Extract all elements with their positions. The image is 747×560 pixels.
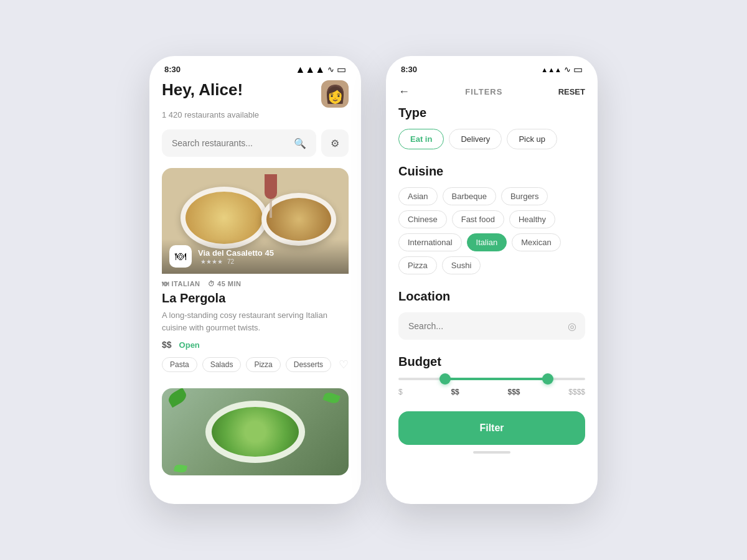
sliders-icon: ⚙ bbox=[331, 138, 339, 149]
restaurant-desc-1: A long-standing cosy restaurant serving … bbox=[162, 309, 349, 334]
leaf-1 bbox=[166, 388, 189, 408]
salad-bowl bbox=[205, 401, 305, 463]
clock-icon: ⏱ bbox=[208, 280, 215, 287]
star-rating-1: ★★★★ 72 bbox=[198, 258, 274, 265]
search-row: 🔍 ⚙ bbox=[162, 129, 349, 157]
type-section-title: Type bbox=[398, 106, 585, 120]
cuisine-burgers[interactable]: Burgers bbox=[501, 187, 548, 205]
type-btn-delivery[interactable]: Delivery bbox=[449, 129, 502, 149]
status-bar-left: 8:30 ▲▲▲ ∿ ▭ bbox=[149, 56, 361, 80]
avatar[interactable]: 👩 bbox=[321, 80, 349, 108]
budget-slider-wrap bbox=[398, 378, 585, 380]
cuisine-barbeque[interactable]: Barbeque bbox=[443, 187, 496, 205]
left-phone: 8:30 ▲▲▲ ∿ ▭ Hey, Alice! 👩 1 420 restaur… bbox=[149, 56, 361, 504]
type-btn-eat-in[interactable]: Eat in bbox=[398, 129, 444, 149]
reset-button[interactable]: RESET bbox=[558, 87, 585, 96]
slider-thumb-right[interactable] bbox=[542, 373, 553, 385]
header-row: Hey, Alice! 👩 bbox=[162, 80, 349, 108]
restaurant-name-1: La Pergola bbox=[162, 291, 349, 306]
back-button[interactable]: ← bbox=[398, 85, 410, 98]
food-tags-row-1: Pasta Salads Pizza Desserts ♡ bbox=[162, 357, 349, 372]
restaurant-image-1: 🍽 Via del Casaletto 45 ★★★★ 72 bbox=[162, 168, 349, 274]
cuisine-international[interactable]: International bbox=[398, 233, 462, 251]
cuisine-sushi[interactable]: Sushi bbox=[442, 256, 481, 274]
location-icon: ◎ bbox=[568, 320, 576, 332]
budget-section-title: Budget bbox=[398, 355, 585, 369]
cuisine-italian[interactable]: Italian bbox=[467, 233, 507, 251]
status-bar-right: 8:30 ▲▲▲ ∿ ▭ bbox=[386, 56, 598, 80]
filters-nav-title: FILTERS bbox=[465, 87, 502, 96]
type-row: Eat in Delivery Pick up bbox=[398, 129, 585, 149]
wifi-icon-right: ∿ bbox=[564, 65, 571, 74]
price-tag-1: $$ bbox=[162, 340, 172, 350]
search-box[interactable]: 🔍 bbox=[162, 129, 316, 157]
greeting-text: Hey, Alice! bbox=[162, 80, 243, 100]
bottom-indicator bbox=[473, 451, 510, 454]
filter-toggle-button[interactable]: ⚙ bbox=[321, 129, 349, 157]
cuisine-section-title: Cuisine bbox=[398, 164, 585, 179]
food-tag-pasta[interactable]: Pasta bbox=[162, 357, 197, 372]
status-icons-left: ▲▲▲ ∿ ▭ bbox=[295, 63, 346, 75]
location-input-wrap: ◎ bbox=[398, 312, 585, 340]
battery-icon-right: ▭ bbox=[573, 63, 583, 75]
cuisine-pizza[interactable]: Pizza bbox=[398, 256, 437, 274]
slider-fill bbox=[445, 378, 548, 380]
wifi-icon: ∿ bbox=[327, 65, 334, 74]
budget-label-3: $$$ bbox=[508, 388, 520, 396]
restaurant-image-2 bbox=[162, 388, 349, 475]
leaf-3 bbox=[174, 464, 187, 473]
overlay-text-1: Via del Casaletto 45 ★★★★ 72 bbox=[198, 248, 274, 265]
budget-label-1: $ bbox=[398, 388, 403, 396]
location-section-title: Location bbox=[398, 289, 585, 304]
location-section: Location ◎ bbox=[398, 289, 585, 340]
status-time-right: 8:30 bbox=[401, 65, 417, 74]
signal-icon: ▲▲▲ bbox=[295, 64, 325, 75]
food-tag-salads[interactable]: Salads bbox=[202, 357, 242, 372]
restaurant-thumb-1: 🍽 bbox=[169, 245, 192, 268]
battery-icon: ▭ bbox=[337, 63, 346, 75]
card-overlay-1: 🍽 Via del Casaletto 45 ★★★★ 72 bbox=[162, 239, 349, 274]
status-time-left: 8:30 bbox=[164, 65, 181, 74]
subtitle-text: 1 420 restaurants available bbox=[162, 110, 349, 119]
budget-label-2: $$ bbox=[451, 388, 459, 396]
leaf-2 bbox=[322, 391, 341, 405]
status-icons-right: ▲▲▲ ∿ ▭ bbox=[541, 63, 583, 75]
search-icon: 🔍 bbox=[294, 138, 306, 149]
open-status-1: Open bbox=[179, 340, 200, 350]
slider-thumb-left[interactable] bbox=[439, 373, 451, 385]
card-body-1: 🍽 ITALIAN ⏱ 45 MIN La Pergola A long-sta… bbox=[162, 274, 349, 378]
location-input[interactable] bbox=[398, 312, 585, 340]
card-meta-1: 🍽 ITALIAN ⏱ 45 MIN bbox=[162, 280, 349, 287]
type-btn-pick-up[interactable]: Pick up bbox=[507, 129, 557, 149]
right-phone-content: Type Eat in Delivery Pick up Cuisine Asi… bbox=[386, 106, 598, 504]
food-tag-pizza[interactable]: Pizza bbox=[246, 357, 280, 372]
restaurant-card-2[interactable] bbox=[162, 388, 349, 475]
cuisine-fast-food[interactable]: Fast food bbox=[452, 210, 504, 228]
budget-section: Budget $ $$ $$$ $$$$ bbox=[398, 355, 585, 396]
signal-icon-right: ▲▲▲ bbox=[541, 66, 561, 73]
cuisine-grid: Asian Barbeque Burgers Chinese Fast food… bbox=[398, 187, 585, 274]
budget-label-4: $$$$ bbox=[568, 388, 585, 396]
cuisine-mexican[interactable]: Mexican bbox=[512, 233, 560, 251]
cuisine-chinese[interactable]: Chinese bbox=[398, 210, 447, 228]
cuisine-healthy[interactable]: Healthy bbox=[509, 210, 555, 228]
left-phone-content: Hey, Alice! 👩 1 420 restaurants availabl… bbox=[149, 80, 361, 504]
cuisine-asian[interactable]: Asian bbox=[398, 187, 438, 205]
slider-track bbox=[398, 378, 585, 380]
budget-labels: $ $$ $$$ $$$$ bbox=[398, 388, 585, 396]
time-meta: ⏱ 45 MIN bbox=[208, 280, 242, 287]
search-input[interactable] bbox=[172, 138, 289, 148]
type-section: Type Eat in Delivery Pick up bbox=[398, 106, 585, 149]
cuisine-section: Cuisine Asian Barbeque Burgers Chinese F… bbox=[398, 164, 585, 274]
overlay-name-1: Via del Casaletto 45 bbox=[198, 248, 274, 258]
filters-nav: ← FILTERS RESET bbox=[386, 80, 598, 106]
utensils-icon: 🍽 bbox=[162, 280, 169, 287]
price-row-1: $$ Open bbox=[162, 340, 349, 350]
right-phone: 8:30 ▲▲▲ ∿ ▭ ← FILTERS RESET Type Eat in… bbox=[386, 56, 598, 504]
wine-glass bbox=[261, 174, 280, 224]
restaurant-card-1[interactable]: 🍽 Via del Casaletto 45 ★★★★ 72 🍽 ITALIAN bbox=[162, 168, 349, 378]
filter-action-button[interactable]: Filter bbox=[398, 411, 585, 445]
cuisine-meta: 🍽 ITALIAN bbox=[162, 280, 200, 287]
favorite-button-1[interactable]: ♡ bbox=[339, 358, 349, 371]
food-tag-desserts[interactable]: Desserts bbox=[286, 357, 331, 372]
